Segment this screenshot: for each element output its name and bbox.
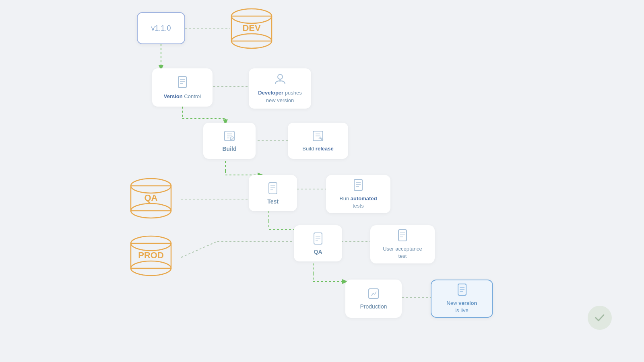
svg-text:PROD: PROD — [138, 250, 164, 260]
qa-step-card: QA — [294, 225, 342, 261]
automated-tests-icon — [353, 179, 364, 193]
production-label: Production — [360, 303, 387, 310]
dev-cylinder: DEV — [229, 7, 274, 51]
build-release-icon — [312, 130, 324, 144]
new-version-icon — [456, 283, 468, 298]
test-card: Test — [249, 175, 297, 211]
developer-icon — [274, 73, 287, 87]
new-version-label: New versionis live — [447, 300, 477, 314]
svg-rect-52 — [354, 179, 362, 191]
svg-line-16 — [181, 241, 217, 257]
developer-pushes-card: Developer pushes new version — [249, 68, 311, 109]
qa-cylinder: QA — [129, 177, 173, 221]
production-card: Production — [345, 280, 402, 318]
check-circle-decoration — [588, 306, 612, 330]
build-icon — [223, 130, 235, 144]
user-acceptance-label: User acceptancetest — [383, 245, 422, 260]
build-card: Build — [203, 123, 256, 159]
svg-rect-34 — [178, 76, 186, 88]
qa-step-label: QA — [314, 249, 322, 255]
build-release-label: Build release — [302, 146, 333, 152]
user-acceptance-icon — [397, 229, 408, 243]
version-control-card: Version Control — [152, 68, 213, 107]
svg-text:QA: QA — [144, 193, 158, 203]
version-label: v1.1.0 — [151, 24, 171, 33]
svg-rect-60 — [398, 230, 407, 241]
svg-point-38 — [278, 74, 283, 79]
svg-rect-48 — [269, 183, 277, 194]
qa-step-icon — [312, 232, 324, 247]
svg-text:DEV: DEV — [242, 23, 261, 33]
test-label: Test — [267, 198, 279, 205]
version-control-icon — [177, 76, 188, 91]
svg-rect-65 — [458, 284, 466, 295]
version-control-label: Version Control — [164, 93, 201, 99]
build-label: Build — [223, 146, 237, 152]
user-acceptance-card: User acceptancetest — [370, 225, 435, 263]
prod-cylinder: PROD — [129, 234, 173, 279]
new-version-live-card: New versionis live — [431, 280, 493, 318]
build-release-card: Build release — [288, 123, 348, 159]
test-icon — [267, 182, 279, 196]
svg-rect-39 — [279, 79, 281, 82]
version-tag-card: v1.1.0 — [137, 12, 185, 44]
diagram-container: v1.1.0 DEV QA PROD Ve — [0, 0, 644, 362]
connector-lines — [0, 0, 644, 362]
run-automated-tests-card: Run automatedtests — [326, 175, 390, 213]
svg-rect-56 — [314, 233, 322, 244]
developer-pushes-label: Developer pushes new version — [254, 89, 306, 104]
production-icon — [367, 288, 380, 301]
run-automated-tests-label: Run automatedtests — [339, 195, 377, 210]
